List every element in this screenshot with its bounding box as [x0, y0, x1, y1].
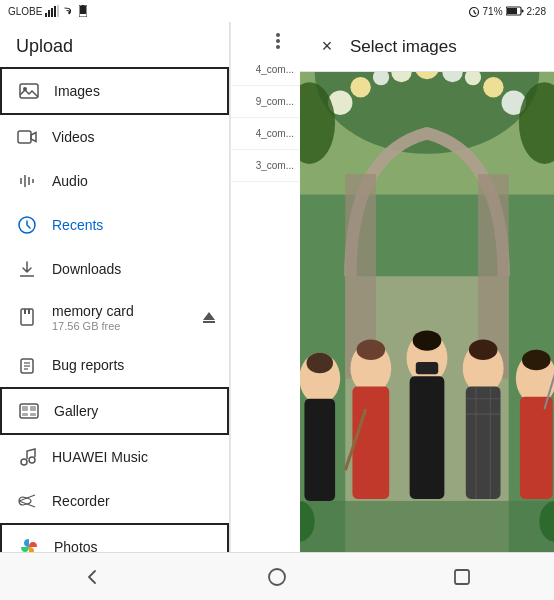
svg-line-34 — [19, 501, 35, 507]
status-left: GLOBE — [8, 5, 87, 17]
svg-rect-21 — [203, 321, 215, 323]
downloads-icon — [16, 258, 38, 280]
menu-item-huawei-music[interactable]: HUAWEI Music — [0, 435, 229, 479]
svg-rect-27 — [22, 406, 28, 411]
menu-item-recorder[interactable]: Recorder — [0, 479, 229, 523]
right-panel: × Select images ✓ — [300, 22, 554, 552]
memory-card-sub-label: 17.56 GB free — [52, 320, 213, 332]
svg-point-37 — [276, 45, 280, 49]
audio-icon — [16, 170, 38, 192]
signal-icon — [45, 5, 59, 17]
menu-item-images[interactable]: Images — [0, 67, 229, 115]
group-photo-area[interactable] — [300, 72, 554, 552]
checkmark-icon: ✓ — [517, 37, 530, 56]
bottom-nav — [0, 552, 554, 600]
file-item-3[interactable]: 3_com... — [231, 150, 300, 182]
memorycard-icon — [16, 306, 38, 328]
eject-icon[interactable] — [201, 309, 217, 325]
image-icon — [18, 80, 40, 102]
svg-point-32 — [29, 457, 35, 463]
svg-rect-16 — [18, 131, 31, 143]
svg-rect-2 — [51, 8, 53, 17]
svg-rect-56 — [304, 399, 335, 501]
videos-label: Videos — [52, 129, 95, 145]
alarm-icon — [468, 5, 480, 17]
svg-rect-3 — [54, 6, 56, 17]
video-icon — [16, 126, 38, 148]
svg-rect-65 — [410, 376, 445, 499]
svg-line-33 — [19, 495, 35, 501]
photos-icon — [18, 536, 40, 552]
svg-rect-82 — [300, 501, 554, 552]
status-right: 71% 2:28 — [468, 5, 546, 17]
svg-point-48 — [483, 77, 503, 97]
file-item-1[interactable]: 9_com... — [231, 86, 300, 118]
svg-point-76 — [469, 340, 498, 360]
select-images-title: Select images — [350, 37, 504, 57]
left-panel: Upload Images Videos — [0, 22, 230, 552]
recorder-icon — [16, 490, 38, 512]
bug-reports-label: Bug reports — [52, 357, 124, 373]
svg-rect-0 — [45, 13, 47, 17]
svg-rect-1 — [48, 10, 50, 17]
svg-point-85 — [269, 569, 285, 585]
data-icon — [79, 5, 87, 17]
svg-rect-86 — [455, 570, 469, 584]
status-bar: GLOBE 71% — [0, 0, 554, 22]
images-label: Images — [54, 83, 100, 99]
svg-point-42 — [350, 77, 370, 97]
close-button[interactable]: × — [312, 32, 342, 62]
menu-item-gallery[interactable]: Gallery — [0, 387, 229, 435]
svg-rect-4 — [57, 5, 59, 17]
menu-item-videos[interactable]: Videos — [0, 115, 229, 159]
home-button[interactable] — [261, 561, 293, 593]
file-item-0[interactable]: 4_com... — [231, 54, 300, 86]
back-button[interactable] — [76, 561, 108, 593]
photos-label: Photos — [54, 539, 98, 552]
svg-rect-13 — [521, 10, 523, 13]
file-item-2[interactable]: 4_com... — [231, 118, 300, 150]
huawei-music-label: HUAWEI Music — [52, 449, 148, 465]
recent-apps-button[interactable] — [446, 561, 478, 593]
svg-point-35 — [276, 33, 280, 37]
confirm-button[interactable]: ✓ — [504, 28, 542, 66]
svg-rect-19 — [24, 309, 26, 314]
wifi-icon — [62, 6, 76, 16]
select-images-header: × Select images ✓ — [300, 22, 554, 72]
upload-title: Upload — [0, 22, 229, 67]
battery-icon — [506, 6, 524, 16]
menu-item-audio[interactable]: Audio — [0, 159, 229, 203]
svg-rect-78 — [520, 397, 553, 499]
menu-item-recents[interactable]: Recents — [0, 203, 229, 247]
svg-point-31 — [21, 459, 27, 465]
menu-item-memory-card[interactable]: memory card 17.56 GB free — [0, 291, 229, 343]
time-label: 2:28 — [527, 6, 546, 17]
svg-rect-70 — [466, 387, 501, 499]
svg-rect-29 — [22, 413, 28, 416]
menu-item-bug-reports[interactable]: Bug reports — [0, 343, 229, 387]
svg-rect-6 — [80, 6, 86, 14]
recorder-label: Recorder — [52, 493, 110, 509]
gallery-label: Gallery — [54, 403, 98, 419]
downloads-label: Downloads — [52, 261, 121, 277]
menu-item-photos[interactable]: Photos — [0, 523, 229, 552]
bugreports-icon — [16, 354, 38, 376]
svg-rect-7 — [82, 5, 85, 6]
svg-rect-12 — [507, 8, 517, 14]
more-options-button[interactable] — [267, 32, 292, 50]
gallery-icon — [18, 400, 40, 422]
svg-rect-60 — [352, 387, 389, 499]
svg-rect-14 — [20, 84, 38, 98]
svg-rect-20 — [28, 309, 30, 314]
menu-item-downloads[interactable]: Downloads — [0, 247, 229, 291]
svg-point-58 — [306, 353, 333, 373]
audio-label: Audio — [52, 173, 88, 189]
carrier-label: GLOBE — [8, 6, 42, 17]
svg-rect-18 — [21, 309, 33, 325]
recents-icon — [16, 214, 38, 236]
svg-rect-28 — [30, 406, 36, 411]
memory-card-label: memory card — [52, 303, 134, 319]
battery-percent: 71% — [483, 6, 503, 17]
main-content: Upload Images Videos — [0, 22, 554, 552]
music-icon — [16, 446, 38, 468]
